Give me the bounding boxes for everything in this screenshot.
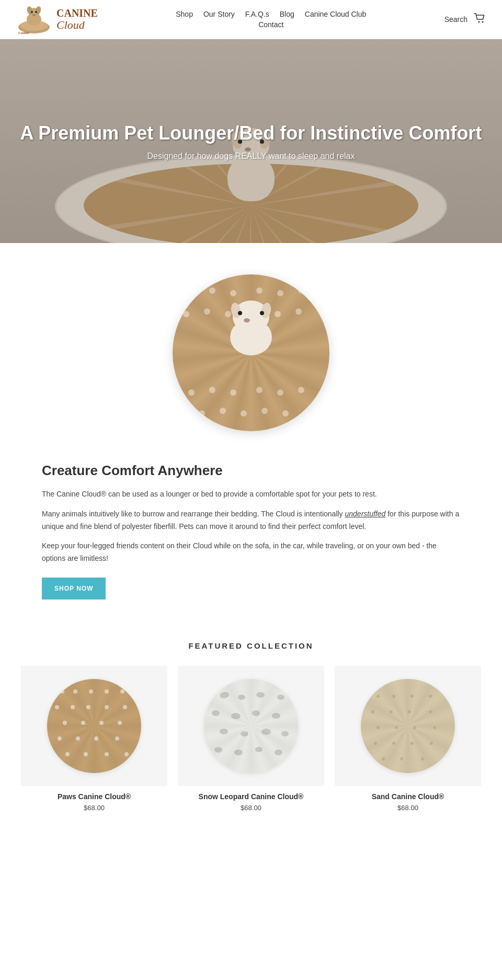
nav-canine-cloud-club[interactable]: Canine Cloud Club [305,10,367,18]
nav-blog[interactable]: Blog [280,10,294,18]
hero-text-block: A Premium Pet Lounger/Bed for Instinctiv… [10,111,493,172]
content-para-3: Keep your four-legged friends content on… [42,540,460,565]
logo-icon: Canine Cloud [16,4,52,35]
svg-point-6 [31,11,33,13]
shopping-cart-icon [474,13,486,24]
content-para-2: Many animals intuitively like to burrow … [42,508,460,533]
nav-shop[interactable]: Shop [176,10,193,18]
shop-now-button[interactable]: SHOP NOW [42,578,106,599]
nav-our-story[interactable]: Our Story [203,10,235,18]
products-grid: Paws Canine Cloud® $68.00 [21,666,481,812]
nav-contact[interactable]: Contact [258,20,283,29]
product-image-container [167,269,335,447]
product-card-paws: Paws Canine Cloud® $68.00 [21,666,167,812]
cart-icon[interactable] [474,13,486,26]
hero-title: A Premium Pet Lounger/Bed for Instinctiv… [20,121,482,146]
product-image-sand[interactable] [335,666,481,786]
product-name-snow: Snow Leopard Canine Cloud® [199,792,304,801]
search-label[interactable]: Search [444,15,467,24]
featured-section: FEATURED COLLECTION [0,631,502,833]
main-nav: Shop Our Story F.A.Q.s Blog Canine Cloud… [176,10,366,29]
product-price-sand: $68.00 [397,804,418,812]
product-price-snow: $68.00 [241,804,261,812]
content-heading: Creature Comfort Anywhere [42,463,460,479]
logo-canine: CANINE [56,7,98,19]
search-area: Search [444,13,486,26]
content-text-area: Creature Comfort Anywhere The Canine Clo… [42,452,460,620]
product-name-sand: Sand Canine Cloud® [372,792,444,801]
product-card-snow: Snow Leopard Canine Cloud® $68.00 [178,666,324,812]
product-image-paws[interactable] [21,666,167,786]
hero-subtitle: Designed for how dogs REALLY want to sle… [20,152,482,161]
nav-faqs[interactable]: F.A.Q.s [245,10,269,18]
content-para-1: The Canine Cloud® can be used as a loung… [42,488,460,501]
header: Canine Cloud CANINE Cloud Shop Our Story… [0,0,502,39]
product-section: Creature Comfort Anywhere The Canine Clo… [0,243,502,631]
product-name-paws: Paws Canine Cloud® [58,792,131,801]
hero-section: A Premium Pet Lounger/Bed for Instinctiv… [0,39,502,243]
round-bed-dog [225,301,277,355]
featured-collection-heading: FEATURED COLLECTION [21,641,481,650]
svg-text:Canine: Canine [18,31,29,35]
svg-point-8 [32,14,36,16]
svg-point-7 [35,11,37,13]
product-image-snow[interactable] [178,666,324,786]
logo[interactable]: Canine Cloud CANINE Cloud [16,4,98,35]
svg-point-11 [478,21,480,23]
product-price-paws: $68.00 [84,804,105,812]
svg-point-12 [482,21,484,23]
product-card-sand: Sand Canine Cloud® $68.00 [335,666,481,812]
logo-cloud: Cloud [56,19,98,31]
